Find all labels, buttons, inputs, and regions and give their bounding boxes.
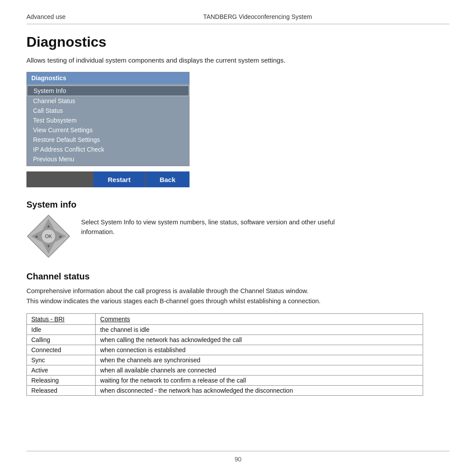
svg-text:►: ► [59,234,63,239]
status-table: Status - BRI Comments Idlethe channel is… [26,313,423,396]
svg-text:OK: OK [45,234,52,239]
channel-status-desc1: Comprehensive information about the call… [26,286,423,306]
table-cell-status: Active [27,365,96,376]
col-status: Status - BRI [27,314,96,325]
table-cell-comment: when disconnected - the network has ackn… [96,386,423,396]
menu-item[interactable]: Previous Menu [27,154,189,164]
menu-item[interactable]: Call Status [27,106,189,115]
header-center: TANDBERG Videoconferencing System [66,13,450,20]
svg-text:▼: ▼ [46,244,51,249]
channel-status-title: Channel status [26,271,450,282]
table-row: Releasedwhen disconnected - the network … [27,386,423,396]
menu-header: Diagnostics [27,72,189,84]
page-footer: 90 [26,451,450,463]
menu-item[interactable]: View Current Settings [27,125,189,135]
table-row: Syncwhen the channels are synchronised [27,355,423,365]
svg-text:◄: ◄ [34,234,38,239]
table-body: Idlethe channel is idleCallingwhen calli… [27,325,423,396]
table-header: Status - BRI Comments [27,314,423,325]
dpad-svg: OK ▲ ▼ ◄ ► [26,214,71,258]
table-row: Releasingwaiting for the network to conf… [27,376,423,386]
system-info-description: Select System Info to view system number… [81,214,346,237]
menu-item[interactable]: IP Address Conflict Check [27,145,189,154]
table-cell-status: Connected [27,345,96,355]
menu-item[interactable]: Restore Default Settings [27,135,189,145]
table-row: Idlethe channel is idle [27,325,423,335]
table-cell-comment: the channel is idle [96,325,423,335]
table-row: Activewhen all available channels are co… [27,365,423,376]
menu-items-list: System InfoChannel StatusCall StatusTest… [27,84,189,166]
page-title: Diagnostics [26,34,450,50]
table-cell-status: Releasing [27,376,96,386]
table-cell-status: Sync [27,355,96,365]
table-cell-comment: when the channels are synchronised [96,355,423,365]
col-comments: Comments [96,314,423,325]
dpad: OK ▲ ▼ ◄ ► [26,214,71,258]
menu-item[interactable]: Test Subsystem [27,115,189,125]
button-bar: Restart Back [26,171,190,187]
diagnostics-menu: Diagnostics System InfoChannel StatusCal… [26,72,190,166]
page: Advanced use TANDBERG Videoconferencing … [0,0,476,476]
system-info-content: OK ▲ ▼ ◄ ► Select System Info to view sy… [26,214,450,258]
header-left: Advanced use [26,13,66,20]
table-cell-comment: when all available channels are connecte… [96,365,423,376]
page-number: 90 [234,456,242,463]
system-info-title: System info [26,200,450,210]
table-header-row: Status - BRI Comments [27,314,423,325]
menu-item[interactable]: System Info [27,86,189,96]
page-subtitle: Allows testing of individual system comp… [26,56,450,64]
table-cell-status: Released [27,386,96,396]
table-row: Connectedwhen connection is established [27,345,423,355]
table-row: Callingwhen calling the network has ackn… [27,335,423,345]
menu-item[interactable]: Channel Status [27,96,189,106]
table-cell-status: Idle [27,325,96,335]
page-header: Advanced use TANDBERG Videoconferencing … [26,13,450,24]
table-cell-comment: when connection is established [96,345,423,355]
table-cell-comment: when calling the network has acknowledge… [96,335,423,345]
restart-button[interactable]: Restart [93,171,145,187]
table-cell-status: Calling [27,335,96,345]
button-spacer [26,171,93,187]
table-cell-comment: waiting for the network to confirm a rel… [96,376,423,386]
back-button[interactable]: Back [145,171,190,187]
svg-text:▲: ▲ [46,223,51,228]
